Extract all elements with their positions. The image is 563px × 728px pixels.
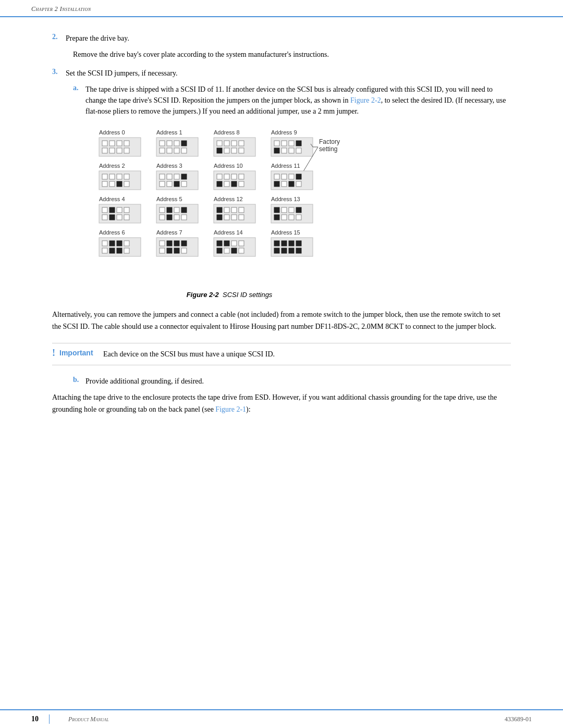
svg-rect-39 — [296, 148, 301, 153]
svg-rect-132 — [109, 248, 115, 253]
svg-rect-116 — [271, 204, 313, 223]
svg-text:Address 7: Address 7 — [156, 229, 182, 236]
svg-rect-35 — [296, 141, 301, 146]
svg-rect-76 — [271, 171, 313, 190]
svg-rect-81 — [274, 181, 279, 187]
svg-rect-120 — [296, 207, 301, 213]
important-box: ! Important Each device on the SCSI bus … — [52, 343, 511, 365]
svg-rect-122 — [282, 215, 287, 220]
svg-rect-107 — [217, 207, 222, 213]
svg-rect-56 — [160, 174, 165, 179]
svg-rect-139 — [174, 241, 179, 246]
sub-step-a: a. The tape drive is shipped with a SCSI… — [73, 84, 511, 299]
svg-rect-73 — [239, 181, 244, 187]
svg-rect-69 — [239, 174, 244, 179]
svg-rect-7 — [109, 148, 115, 153]
step-2-body: Remove the drive bay's cover plate accor… — [73, 49, 511, 60]
svg-text:Address 12: Address 12 — [214, 196, 243, 202]
footer-label: Product Manual — [68, 715, 109, 723]
figure-2-2-link[interactable]: Figure 2-2 — [350, 96, 381, 104]
svg-rect-142 — [167, 248, 172, 253]
figure-caption: Figure 2-2 SCSI ID settings — [94, 291, 365, 299]
figure-number: Figure 2-2 — [187, 291, 219, 299]
header-chapter: Chapter 2 Installation — [31, 5, 91, 13]
footer-part-number: 433689-01 — [505, 715, 532, 723]
svg-text:Address 4: Address 4 — [99, 196, 125, 202]
figure-2-1-link[interactable]: Figure 2-1 — [215, 405, 246, 413]
svg-rect-164 — [296, 248, 301, 253]
svg-rect-49 — [124, 174, 129, 179]
svg-rect-143 — [174, 248, 179, 253]
svg-rect-109 — [231, 207, 237, 213]
svg-rect-32 — [274, 141, 279, 146]
step-3: 3. Set the SCSI ID jumpers, if necessary… — [52, 68, 511, 79]
svg-rect-13 — [167, 141, 172, 146]
svg-rect-150 — [239, 241, 244, 246]
svg-rect-104 — [181, 215, 187, 220]
svg-rect-83 — [289, 181, 294, 187]
svg-rect-126 — [99, 238, 141, 256]
svg-rect-36 — [274, 148, 279, 153]
svg-rect-123 — [289, 215, 294, 220]
svg-rect-22 — [217, 141, 222, 146]
svg-rect-87 — [102, 207, 107, 213]
svg-rect-100 — [181, 207, 187, 213]
svg-rect-9 — [124, 148, 129, 153]
svg-rect-79 — [289, 174, 294, 179]
para-2: Attaching the tape drive to the enclosur… — [52, 392, 511, 415]
svg-rect-146 — [214, 238, 255, 256]
svg-rect-25 — [239, 141, 244, 146]
svg-rect-66 — [217, 174, 222, 179]
svg-rect-160 — [296, 241, 301, 246]
svg-rect-121 — [274, 215, 279, 220]
svg-rect-129 — [117, 241, 122, 246]
svg-rect-58 — [174, 174, 179, 179]
svg-rect-48 — [117, 174, 122, 179]
svg-rect-24 — [231, 141, 237, 146]
svg-rect-17 — [167, 148, 172, 153]
svg-rect-89 — [117, 207, 122, 213]
svg-rect-151 — [217, 248, 222, 253]
sub-step-a-letter: a. — [73, 84, 81, 92]
svg-rect-34 — [289, 141, 294, 146]
svg-rect-23 — [224, 141, 229, 146]
svg-rect-21 — [214, 138, 255, 156]
page-header: Chapter 2 Installation — [0, 0, 563, 17]
svg-rect-88 — [109, 207, 115, 213]
svg-rect-16 — [160, 148, 165, 153]
svg-text:setting: setting — [319, 145, 337, 153]
page: Chapter 2 Installation 2. Prepare the dr… — [0, 0, 563, 728]
svg-rect-149 — [231, 241, 237, 246]
svg-rect-119 — [289, 207, 294, 213]
svg-rect-144 — [181, 248, 187, 253]
page-footer: 10 Product Manual 433689-01 — [0, 709, 563, 728]
svg-rect-97 — [160, 207, 165, 213]
sub-step-b-line: b. Provide additional grounding, if desi… — [73, 376, 511, 387]
step-2-text: Prepare the drive bay. — [66, 33, 129, 44]
svg-rect-134 — [124, 248, 129, 253]
svg-rect-153 — [231, 248, 237, 253]
svg-rect-57 — [167, 174, 172, 179]
svg-rect-159 — [289, 241, 294, 246]
svg-rect-127 — [102, 241, 107, 246]
svg-text:Address 11: Address 11 — [271, 163, 300, 169]
svg-rect-161 — [274, 248, 279, 253]
svg-rect-77 — [274, 174, 279, 179]
svg-rect-33 — [282, 141, 287, 146]
svg-rect-154 — [239, 248, 244, 253]
svg-rect-103 — [174, 215, 179, 220]
svg-text:Address 3: Address 3 — [156, 163, 182, 169]
svg-text:Address 13: Address 13 — [271, 196, 300, 202]
svg-rect-18 — [174, 148, 179, 153]
svg-rect-163 — [289, 248, 294, 253]
svg-rect-62 — [174, 181, 179, 187]
svg-rect-131 — [102, 248, 107, 253]
svg-text:Address 0: Address 0 — [99, 129, 125, 135]
svg-rect-8 — [117, 148, 122, 153]
svg-rect-59 — [181, 174, 187, 179]
svg-rect-6 — [102, 148, 107, 153]
step-3-number: 3. — [52, 68, 62, 76]
svg-rect-50 — [102, 181, 107, 187]
svg-text:Factory: Factory — [319, 138, 340, 145]
svg-rect-98 — [167, 207, 172, 213]
